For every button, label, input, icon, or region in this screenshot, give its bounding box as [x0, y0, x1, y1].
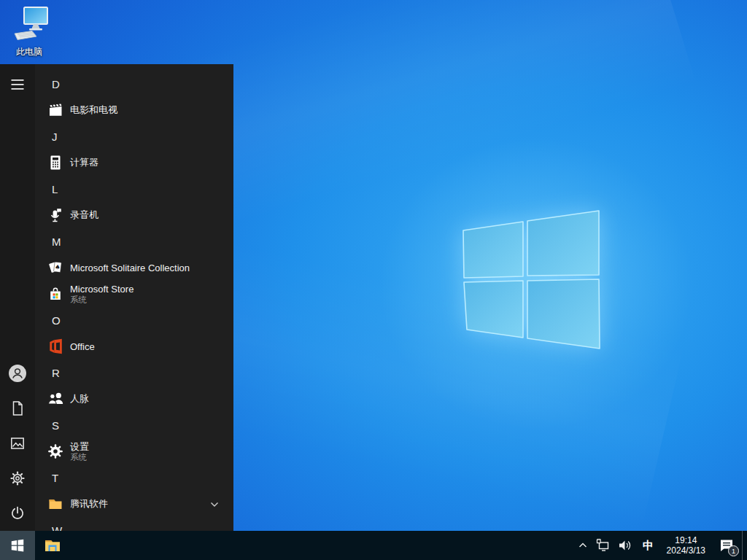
section-letter-j[interactable]: J — [0, 123, 233, 149]
app-item-microsoft-store[interactable]: Microsoft Store 系统 — [0, 281, 233, 307]
solitaire-icon: ♠ — [47, 259, 64, 276]
app-folder-tencent[interactable]: 腾讯软件 — [0, 491, 233, 517]
pictures-button[interactable] — [0, 426, 35, 461]
document-icon — [9, 400, 26, 417]
user-avatar-icon — [8, 364, 27, 383]
section-letter-r[interactable]: R — [0, 359, 233, 386]
gear-icon — [9, 470, 26, 487]
store-icon — [47, 285, 64, 303]
app-subtitle: 系统 — [70, 452, 89, 462]
hamburger-menu-button[interactable] — [0, 67, 35, 102]
speaker-icon — [617, 537, 633, 553]
section-letter-s[interactable]: S — [0, 412, 233, 438]
taskbar: 中 19:14 2024/3/13 1 — [0, 531, 747, 560]
action-center-button[interactable]: 1 — [711, 531, 742, 560]
section-letter-d[interactable]: D — [0, 71, 233, 97]
start-menu-rail — [0, 64, 35, 531]
section-letter-m[interactable]: M — [0, 228, 233, 254]
taskbar-clock[interactable]: 19:14 2024/3/13 — [661, 531, 711, 560]
show-hidden-icons-button[interactable] — [573, 531, 592, 560]
app-item-settings[interactable]: 设置 系统 — [0, 438, 233, 464]
this-pc-icon — [9, 6, 50, 42]
system-tray: 中 19:14 2024/3/13 1 — [573, 531, 747, 560]
app-item-people[interactable]: 人脉 — [0, 386, 233, 412]
app-subtitle: 系统 — [70, 295, 133, 305]
start-menu-app-list: D 电影和电视 J — [0, 64, 233, 531]
start-button[interactable] — [0, 531, 35, 560]
app-item-voice-recorder[interactable]: 录音机 — [0, 202, 233, 228]
desktop-icon-label: 此电脑 — [6, 46, 53, 58]
power-button[interactable] — [0, 496, 35, 531]
app-item-solitaire[interactable]: ♠ Microsoft Solitaire Collection — [0, 254, 233, 281]
app-item-movies-tv[interactable]: 电影和电视 — [0, 97, 233, 123]
ethernet-network-icon — [595, 537, 611, 553]
movies-tv-icon — [47, 101, 64, 119]
desktop-icon-this-pc[interactable]: 此电脑 — [6, 6, 53, 58]
file-explorer-button[interactable] — [35, 531, 70, 560]
notification-badge: 1 — [728, 545, 739, 556]
user-account-button[interactable] — [0, 356, 35, 391]
hamburger-icon — [9, 76, 26, 93]
folder-icon — [47, 495, 64, 513]
clock-time: 19:14 — [675, 535, 697, 545]
section-letter-w[interactable]: W — [0, 517, 233, 531]
app-item-office[interactable]: Office — [0, 333, 233, 359]
svg-text:♠: ♠ — [55, 263, 61, 271]
app-title: 设置 — [70, 441, 89, 452]
office-icon — [47, 338, 64, 355]
app-title: Microsoft Store — [70, 284, 133, 295]
clock-date: 2024/3/13 — [667, 545, 705, 556]
power-icon — [9, 505, 26, 522]
app-item-calculator[interactable]: 计算器 — [0, 149, 233, 176]
documents-button[interactable] — [0, 391, 35, 426]
desktop: 此电脑 D 电影和电视 J — [0, 0, 747, 560]
settings-icon — [47, 443, 64, 460]
input-method-indicator[interactable]: 中 — [636, 531, 661, 560]
volume-button[interactable] — [614, 531, 636, 560]
section-letter-l[interactable]: L — [0, 176, 233, 202]
calculator-icon — [47, 154, 64, 171]
pictures-icon — [9, 435, 26, 452]
network-button[interactable] — [592, 531, 614, 560]
settings-button[interactable] — [0, 461, 35, 496]
start-menu: D 电影和电视 J — [0, 64, 233, 531]
show-desktop-button[interactable] — [742, 531, 747, 560]
people-icon — [47, 390, 64, 408]
chevron-up-icon — [576, 539, 589, 552]
file-explorer-icon — [43, 536, 62, 555]
chevron-down-icon — [210, 497, 219, 510]
voice-recorder-icon — [47, 206, 64, 224]
windows-start-icon — [9, 537, 26, 553]
windows-logo-wallpaper — [460, 207, 605, 353]
section-letter-o[interactable]: O — [0, 307, 233, 333]
section-letter-t[interactable]: T — [0, 464, 233, 491]
